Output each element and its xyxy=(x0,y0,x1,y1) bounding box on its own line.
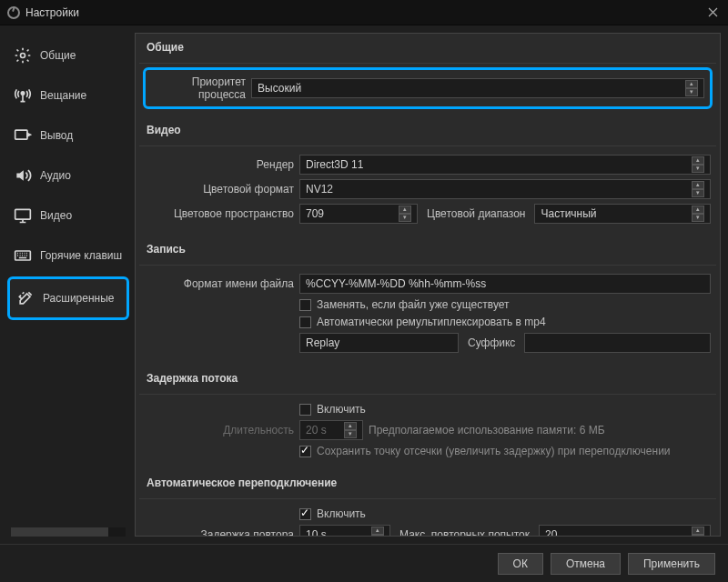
sidebar-scrollbar[interactable] xyxy=(11,527,126,537)
sidebar-item-label: Горячие клавиш xyxy=(40,249,122,262)
renderer-label: Рендер xyxy=(145,158,294,171)
color-space-combobox[interactable]: 709 ▴▾ xyxy=(299,204,418,224)
section-title-video: Видео xyxy=(139,118,716,146)
retry-delay-value: 10 s xyxy=(306,528,327,537)
sidebar-item-label: Видео xyxy=(40,209,72,222)
suffix-input[interactable] xyxy=(524,333,711,353)
svg-point-0 xyxy=(21,54,25,58)
ok-button[interactable]: ОК xyxy=(498,553,543,575)
priority-label: Приоритет процесса xyxy=(151,75,246,101)
spinner-icon: ▴▾ xyxy=(399,206,411,222)
app-logo-icon xyxy=(7,6,20,19)
apply-button[interactable]: Применить xyxy=(628,553,715,575)
retry-delay-label: Задержка повтора xyxy=(145,528,294,537)
color-range-combobox[interactable]: Частичный ▴▾ xyxy=(534,204,711,224)
sidebar-item-label: Общие xyxy=(40,49,76,62)
spinner-icon: ▴▾ xyxy=(692,156,704,173)
sidebar-item-hotkeys[interactable]: Горячие клавиш xyxy=(7,236,129,275)
sidebar-item-label: Вещание xyxy=(40,89,86,102)
monitor-icon xyxy=(13,206,33,226)
cancel-button[interactable]: Отмена xyxy=(551,553,621,575)
filename-format-input[interactable] xyxy=(299,274,711,294)
preserve-cutoff-label: Сохранить точку отсечки (увеличить задер… xyxy=(317,445,671,457)
section-title-delay: Задержка потока xyxy=(139,366,716,395)
max-retries-value: 20 xyxy=(545,528,557,537)
section-title-general: Общие xyxy=(139,35,716,64)
sidebar-item-label: Аудио xyxy=(40,169,71,182)
color-range-value: Частичный xyxy=(541,207,596,220)
duration-value: 20 s xyxy=(306,424,327,436)
renderer-combobox[interactable]: Direct3D 11 ▴▾ xyxy=(299,155,711,175)
sidebar-item-advanced[interactable]: Расширенные xyxy=(7,276,129,320)
overwrite-label: Заменять, если файл уже существует xyxy=(317,298,510,311)
gear-icon xyxy=(13,45,33,65)
filename-format-label: Формат имени файла xyxy=(145,277,294,290)
svg-point-1 xyxy=(21,92,24,95)
svg-rect-3 xyxy=(15,209,31,219)
spinner-icon: ▴▾ xyxy=(692,181,704,197)
footer: ОК Отмена Применить xyxy=(0,544,728,582)
keyboard-icon xyxy=(13,246,33,266)
priority-row-highlight: Приоритет процесса Высокий ▴▾ xyxy=(143,67,713,109)
color-format-label: Цветовой формат xyxy=(145,183,294,196)
broadcast-icon xyxy=(13,85,33,105)
color-space-label: Цветовое пространство xyxy=(145,207,294,220)
duration-label: Длительность xyxy=(145,424,294,436)
spinner-icon: ▴▾ xyxy=(692,527,704,537)
reconnect-enable-label: Включить xyxy=(317,507,366,520)
content-panel: Общие Приоритет процесса Высокий ▴▾ Виде… xyxy=(135,33,721,537)
memory-estimate-label: Предполагаемое использование памяти: 6 М… xyxy=(369,424,605,436)
section-title-reconnect: Автоматическое переподключение xyxy=(139,471,716,499)
delay-enable-label: Включить xyxy=(317,403,366,416)
duration-spinner[interactable]: 20 s ▴▾ xyxy=(299,420,363,440)
tools-icon xyxy=(15,288,35,308)
remux-checkbox[interactable] xyxy=(299,316,311,328)
spinner-icon: ▴▾ xyxy=(344,422,357,438)
close-button[interactable] xyxy=(704,5,721,21)
sidebar-item-output[interactable]: Вывод xyxy=(7,116,129,155)
retry-delay-spinner[interactable]: 10 s ▴▾ xyxy=(299,525,390,537)
window-title: Настройки xyxy=(25,6,79,19)
audio-icon xyxy=(13,166,33,186)
titlebar: Настройки xyxy=(0,0,728,25)
priority-combobox[interactable]: Высокий ▴▾ xyxy=(251,78,704,98)
spinner-icon: ▴▾ xyxy=(371,527,384,537)
sidebar-item-video[interactable]: Видео xyxy=(7,196,129,235)
color-range-label: Цветовой диапазон xyxy=(423,207,529,220)
sidebar-item-stream[interactable]: Вещание xyxy=(7,76,129,115)
settings-window: Настройки Общие Вещание Вывод Аудио xyxy=(0,0,728,582)
sidebar-item-audio[interactable]: Аудио xyxy=(7,156,129,195)
sidebar-item-label: Вывод xyxy=(40,129,73,142)
output-icon xyxy=(13,125,33,146)
overwrite-checkbox[interactable] xyxy=(299,299,311,311)
sidebar-item-general[interactable]: Общие xyxy=(7,36,129,75)
section-title-recording: Запись xyxy=(139,237,716,266)
color-space-value: 709 xyxy=(306,207,324,220)
color-format-value: NV12 xyxy=(306,183,333,196)
max-retries-spinner[interactable]: 20 ▴▾ xyxy=(539,525,711,537)
reconnect-enable-checkbox[interactable] xyxy=(299,508,311,520)
svg-rect-2 xyxy=(15,130,27,139)
preserve-cutoff-checkbox[interactable] xyxy=(299,446,311,457)
renderer-value: Direct3D 11 xyxy=(306,158,363,171)
spinner-icon: ▴▾ xyxy=(692,206,704,222)
color-format-combobox[interactable]: NV12 ▴▾ xyxy=(299,179,711,199)
sidebar-item-label: Расширенные xyxy=(43,292,115,305)
close-icon xyxy=(708,7,718,17)
spinner-icon: ▴▾ xyxy=(685,80,698,96)
replay-prefix-input[interactable] xyxy=(299,333,459,353)
priority-value: Высокий xyxy=(258,82,301,95)
delay-enable-checkbox[interactable] xyxy=(299,404,311,416)
sidebar: Общие Вещание Вывод Аудио Видео Горячие … xyxy=(7,33,129,537)
max-retries-label: Макс. повторных попыток xyxy=(396,528,533,537)
suffix-label: Суффикс xyxy=(464,336,519,349)
remux-label: Автоматически ремультиплексировать в mp4 xyxy=(317,316,546,328)
